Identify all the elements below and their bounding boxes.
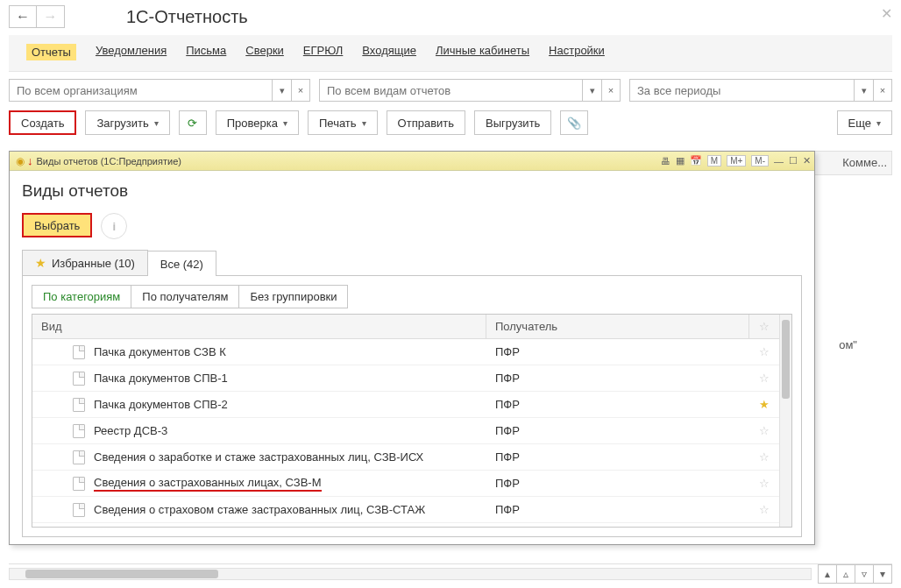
document-icon	[73, 398, 85, 412]
unload-button[interactable]: Выгрузить	[474, 110, 551, 135]
back-button[interactable]: ←	[9, 5, 37, 28]
table-row[interactable]: Реестр ДСВ-3ПФР☆	[32, 418, 779, 444]
row-name: Реестр ДСВ-3	[94, 424, 167, 437]
favorite-toggle[interactable]: ☆	[749, 503, 779, 516]
print-button[interactable]: Печать ▾	[308, 110, 378, 135]
check-button[interactable]: Проверка ▾	[216, 110, 299, 135]
dialog-titlebar: ◉ ↓ Виды отчетов (1С:Предприятие) 🖶 ▦ 📅 …	[10, 152, 814, 171]
dropdown-icon[interactable]: ▾	[854, 79, 873, 102]
load-button[interactable]: Загрузить ▾	[85, 110, 169, 135]
more-button[interactable]: Еще ▾	[837, 110, 892, 135]
tab-all-label: Все (42)	[160, 258, 203, 271]
help-icon[interactable]: i	[101, 213, 127, 239]
table-row[interactable]: Сведения о заработке и стаже застрахован…	[32, 444, 779, 471]
dialog-heading: Виды отчетов	[22, 181, 802, 201]
clear-icon[interactable]: ×	[873, 79, 892, 102]
favorite-toggle[interactable]: ☆	[749, 424, 779, 437]
dropdown-icon[interactable]: ▾	[582, 79, 601, 102]
print-icon[interactable]: 🖶	[661, 156, 670, 166]
m-plus-button[interactable]: M+	[727, 155, 746, 166]
row-name: Пачка документов СЗВ К	[94, 345, 226, 358]
group-none[interactable]: Без группировки	[238, 285, 348, 308]
column-kind[interactable]: Вид	[32, 315, 486, 338]
filter-report-type: ▾ ×	[319, 79, 621, 102]
m-button[interactable]: M	[707, 155, 721, 166]
tab-favorites-label: Избранные (10)	[52, 257, 135, 270]
favorite-toggle[interactable]: ☆	[749, 450, 779, 464]
vertical-scrollbar[interactable]	[779, 315, 791, 527]
filter-organization-input[interactable]	[9, 79, 272, 102]
scroll-bottom-button[interactable]: ▾	[873, 564, 892, 584]
row-name: Сведения о страховом стаже застрахованны…	[94, 503, 425, 516]
maximize-icon[interactable]: ☐	[789, 155, 798, 166]
print-button-label: Печать	[319, 117, 357, 130]
document-icon	[73, 345, 85, 359]
tab-notifications[interactable]: Уведомления	[96, 44, 167, 60]
favorite-toggle[interactable]: ☆	[749, 372, 779, 385]
favorite-toggle[interactable]: ★	[749, 398, 779, 411]
tab-egrul[interactable]: ЕГРЮЛ	[303, 44, 343, 60]
column-recipient[interactable]: Получатель	[486, 315, 749, 338]
column-comments: Комме...	[842, 156, 887, 169]
group-by-recipient[interactable]: По получателям	[131, 285, 239, 308]
chevron-down-icon: ▾	[154, 118, 159, 128]
tab-settings[interactable]: Настройки	[549, 44, 605, 60]
tab-cabinets[interactable]: Личные кабинеты	[436, 44, 529, 60]
column-favorite: ☆	[749, 315, 779, 338]
group-by-category[interactable]: По категориям	[32, 285, 131, 308]
tab-incoming[interactable]: Входящие	[362, 44, 416, 60]
row-name: Пачка документов СПВ-1	[94, 372, 228, 385]
calendar-icon[interactable]: 📅	[690, 155, 702, 166]
row-recipient: ПФР	[486, 398, 749, 411]
row-recipient: ПФР	[486, 503, 749, 516]
favorite-toggle[interactable]: ☆	[749, 345, 779, 358]
close-icon[interactable]: ✕	[803, 155, 811, 166]
tab-reconciliations[interactable]: Сверки	[245, 44, 284, 60]
table-row[interactable]: Сведения о застрахованных лицах, СЗВ-МПФ…	[32, 471, 779, 497]
scroll-down-button[interactable]: ▿	[855, 564, 874, 584]
scroll-up-button[interactable]: ▵	[836, 564, 855, 584]
select-button[interactable]: Выбрать	[22, 213, 92, 237]
clear-icon[interactable]: ×	[601, 79, 621, 102]
row-recipient: ПФР	[486, 424, 749, 437]
app-1c-icon: ◉	[13, 155, 27, 167]
table-row[interactable]: Пачка документов СПВ-1ПФР☆	[32, 365, 779, 392]
clear-icon[interactable]: ×	[291, 79, 310, 102]
table-row[interactable]: Сведения о страховом стаже застрахованны…	[32, 497, 779, 523]
row-recipient: ПФР	[486, 450, 749, 464]
dropdown-icon[interactable]: ▾	[272, 79, 291, 102]
refresh-button[interactable]: ⟳	[179, 110, 207, 135]
table-row[interactable]: Пачка документов СПВ-2ПФР★	[32, 392, 779, 418]
scrollbar-thumb[interactable]	[25, 570, 218, 578]
table-row[interactable]: Пачка документов СЗВ КПФР☆	[32, 339, 779, 365]
chevron-down-icon: ▾	[283, 118, 287, 128]
scrollbar-thumb[interactable]	[782, 320, 790, 399]
m-minus-button[interactable]: M-	[751, 155, 769, 166]
tab-letters[interactable]: Письма	[186, 44, 226, 60]
favorite-toggle[interactable]: ☆	[749, 477, 779, 490]
tab-favorites[interactable]: ★ Избранные (10)	[22, 250, 148, 275]
star-icon: ★	[35, 256, 46, 270]
filter-report-type-input[interactable]	[319, 79, 582, 102]
row-name: Сведения о заработке и стаже застрахован…	[94, 450, 423, 464]
calculator-icon[interactable]: ▦	[676, 155, 685, 166]
document-icon	[73, 424, 85, 438]
report-types-dialog: ◉ ↓ Виды отчетов (1С:Предприятие) 🖶 ▦ 📅 …	[9, 151, 815, 545]
create-button[interactable]: Создать	[9, 110, 76, 135]
row-recipient: ПФР	[486, 477, 749, 490]
bg-text-fragment: ом"	[839, 338, 857, 351]
close-icon[interactable]: ✕	[881, 5, 892, 22]
chevron-down-icon: ▾	[362, 118, 366, 128]
attach-button[interactable]: 📎	[560, 110, 588, 135]
tab-all[interactable]: Все (42)	[147, 251, 216, 276]
document-icon	[73, 372, 85, 386]
filter-period-input[interactable]	[629, 79, 854, 102]
main-tabs: Отчеты Уведомления Письма Сверки ЕГРЮЛ В…	[9, 35, 892, 72]
tab-reports[interactable]: Отчеты	[26, 44, 76, 60]
arrow-down-icon: ↓	[27, 154, 33, 167]
forward-button[interactable]: →	[37, 5, 65, 28]
minimize-icon[interactable]: —	[774, 156, 784, 166]
send-button[interactable]: Отправить	[387, 110, 465, 135]
horizontal-scrollbar[interactable]	[9, 568, 812, 580]
scroll-top-button[interactable]: ▴	[818, 564, 837, 584]
